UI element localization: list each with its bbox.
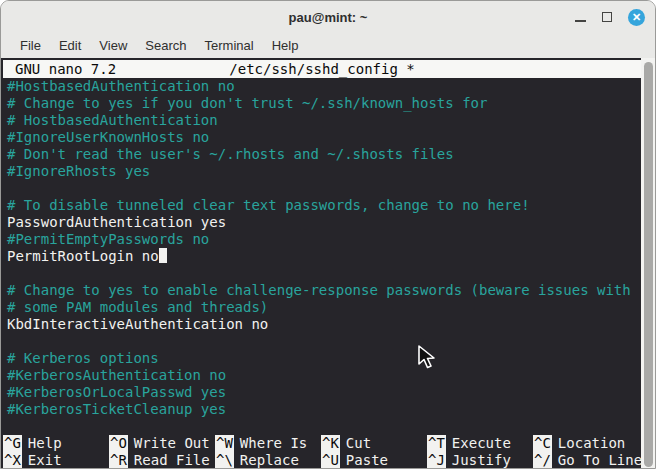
editor-line: #PermitEmptyPasswords no [7, 231, 641, 248]
terminal-window: pau@mint: ~ ✕ FileEditViewSearchTerminal… [0, 0, 656, 469]
shortcut-key: ^K [321, 435, 340, 452]
shortcut-key: ^O [109, 435, 128, 452]
editor-line: # HostbasedAuthentication [7, 112, 641, 129]
nano-filename: /etc/ssh/sshd_config * [3, 61, 641, 78]
shortcut-label: Replace [240, 452, 299, 469]
shortcut-label: Read File [134, 452, 210, 469]
menu-item-search[interactable]: Search [136, 35, 195, 56]
nano-titlebar: GNU nano 7.2 /etc/ssh/sshd_config * [3, 60, 641, 78]
shortcut-key: ^\ [215, 452, 234, 469]
editor-line: # To disable tunneled clear text passwor… [7, 197, 641, 214]
shortcut-key: ^R [109, 452, 128, 469]
shortcut-justify[interactable]: ^JJustify [427, 452, 533, 469]
shortcut-key: ^G [3, 435, 22, 452]
shortcut-key: ^W [215, 435, 234, 452]
shortcut-key: ^X [3, 452, 22, 469]
shortcut-where-is[interactable]: ^WWhere Is [215, 435, 321, 452]
editor-line: PermitRootLogin no [7, 248, 641, 265]
shortcut-row-2: ^XExit^RRead File^\Replace^UPaste^JJusti… [3, 452, 641, 469]
menu-item-edit[interactable]: Edit [50, 35, 90, 56]
shortcut-paste[interactable]: ^UPaste [321, 452, 427, 469]
shortcut-label: Where Is [240, 435, 307, 452]
shortcut-label: Paste [346, 452, 388, 469]
shortcut-row-1: ^GHelp^OWrite Out^WWhere Is^KCut^TExecut… [3, 435, 641, 452]
menu-item-terminal[interactable]: Terminal [196, 35, 263, 56]
editor-line: #IgnoreUserKnownHosts no [7, 129, 641, 146]
shortcut-label: Location [558, 435, 625, 452]
terminal-content: GNU nano 7.2 /etc/ssh/sshd_config * #Hos… [3, 60, 641, 469]
editor-line: KbdInteractiveAuthentication no [7, 316, 641, 333]
shortcut-label: Go To Line [558, 452, 641, 469]
scrollbar-track[interactable] [641, 58, 655, 469]
shortcut-key: ^C [533, 435, 552, 452]
editor-line: #IgnoreRhosts yes [7, 163, 641, 180]
shortcut-key: ^J [427, 452, 446, 469]
shortcut-key: ^/ [533, 452, 552, 469]
minimize-button[interactable] [575, 20, 586, 22]
editor-line [7, 265, 641, 282]
editor-line: # Change to yes if you don't trust ~/.ss… [7, 95, 641, 112]
shortcut-label: Execute [452, 435, 511, 452]
editor-line [7, 180, 641, 197]
shortcut-read-file[interactable]: ^RRead File [109, 452, 215, 469]
editor-line: # Don't read the user's ~/.rhosts and ~/… [7, 146, 641, 163]
shortcut-cut[interactable]: ^KCut [321, 435, 427, 452]
editor-line: #KerberosAuthentication no [7, 367, 641, 384]
editor-line: PasswordAuthentication yes [7, 214, 641, 231]
shortcut-key: ^U [321, 452, 340, 469]
shortcut-label: Help [28, 435, 62, 452]
shortcut-replace[interactable]: ^\Replace [215, 452, 321, 469]
shortcut-label: Exit [28, 452, 62, 469]
shortcut-go-to-line[interactable]: ^/Go To Line [533, 452, 639, 469]
editor-line [7, 333, 641, 350]
window-controls: ✕ [575, 1, 645, 33]
nano-shortcut-bar: ^GHelp^OWrite Out^WWhere Is^KCut^TExecut… [3, 435, 641, 469]
editor-line: #KerberosTicketCleanup yes [7, 401, 641, 418]
shortcut-label: Write Out [134, 435, 210, 452]
editor-line: # some PAM modules and threads) [7, 299, 641, 316]
shortcut-key: ^T [427, 435, 446, 452]
shortcut-execute[interactable]: ^TExecute [427, 435, 533, 452]
shortcut-help[interactable]: ^GHelp [3, 435, 109, 452]
menu-item-help[interactable]: Help [263, 35, 308, 56]
scrollbar-thumb[interactable] [644, 62, 653, 467]
text-cursor [159, 248, 167, 263]
shortcut-exit[interactable]: ^XExit [3, 452, 109, 469]
shortcut-label: Cut [346, 435, 371, 452]
shortcut-label: Justify [452, 452, 511, 469]
editor-buffer[interactable]: #HostbasedAuthentication no# Change to y… [3, 78, 641, 435]
maximize-button[interactable] [602, 12, 612, 22]
menubar: FileEditViewSearchTerminalHelp [1, 33, 655, 58]
window-title: pau@mint: ~ [1, 10, 655, 25]
editor-line: #HostbasedAuthentication no [7, 78, 641, 95]
terminal-area[interactable]: GNU nano 7.2 /etc/ssh/sshd_config * #Hos… [1, 58, 655, 469]
menu-item-view[interactable]: View [90, 35, 136, 56]
editor-line: #KerberosOrLocalPasswd yes [7, 384, 641, 401]
titlebar[interactable]: pau@mint: ~ ✕ [1, 1, 655, 33]
editor-line: # Change to yes to enable challenge-resp… [7, 282, 641, 299]
shortcut-location[interactable]: ^CLocation [533, 435, 639, 452]
shortcut-write-out[interactable]: ^OWrite Out [109, 435, 215, 452]
close-button[interactable]: ✕ [628, 9, 645, 26]
editor-line: # Kerberos options [7, 350, 641, 367]
menu-item-file[interactable]: File [11, 35, 50, 56]
editor-line [7, 418, 641, 435]
